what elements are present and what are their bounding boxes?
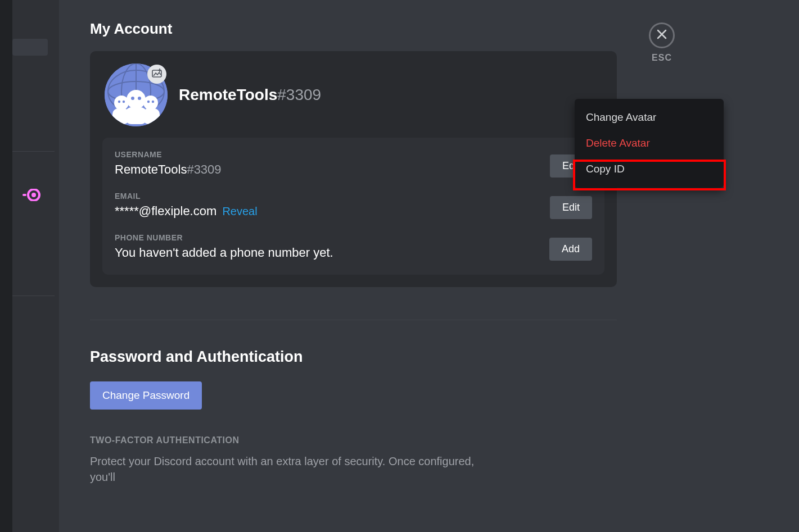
settings-main: My Account: [90, 20, 617, 485]
account-fields: USERNAME RemoteTools#3309 Edit EMAIL ***…: [102, 138, 604, 275]
settings-sidebar: [0, 0, 59, 532]
profile-discriminator-text: #3309: [277, 86, 321, 103]
svg-point-10: [127, 90, 146, 109]
guild-rail-strip: [0, 0, 12, 532]
svg-point-2: [31, 193, 36, 197]
svg-point-18: [118, 101, 120, 103]
email-label: EMAIL: [115, 192, 592, 201]
username-field: USERNAME RemoteTools#3309 Edit: [115, 150, 592, 177]
phone-field: PHONE NUMBER You haven't added a phone n…: [115, 233, 592, 260]
username-value-text: RemoteTools: [115, 162, 187, 176]
profile-header: RemoteTools#3309: [102, 63, 604, 126]
twofa-description: Protect your Discord account with an ext…: [90, 453, 484, 485]
close-button[interactable]: [649, 22, 675, 48]
edit-email-button[interactable]: Edit: [550, 196, 592, 219]
svg-point-21: [152, 101, 154, 103]
add-phone-button[interactable]: Add: [549, 238, 592, 261]
reveal-email-link[interactable]: Reveal: [222, 205, 257, 217]
email-value: *****@flexiple.com Reveal: [115, 204, 592, 219]
context-menu-change-avatar[interactable]: Change Avatar: [575, 104, 724, 130]
auth-section-title: Password and Authentication: [90, 348, 617, 366]
svg-rect-15: [143, 108, 160, 124]
phone-label: PHONE NUMBER: [115, 233, 592, 242]
twofa-label: TWO-FACTOR AUTHENTICATION: [90, 435, 617, 445]
svg-point-17: [138, 97, 141, 100]
svg-point-12: [114, 96, 129, 110]
svg-point-19: [123, 101, 125, 103]
section-divider: [90, 320, 617, 320]
sidebar-selected-item[interactable]: [12, 39, 48, 56]
email-value-text: *****@flexiple.com: [115, 204, 216, 218]
esc-label: ESC: [649, 53, 675, 63]
add-image-icon: [152, 68, 162, 80]
page-title: My Account: [90, 20, 617, 38]
avatar-wrap[interactable]: [105, 63, 168, 126]
nitro-icon: [22, 189, 40, 203]
email-field: EMAIL *****@flexiple.com Reveal Edit: [115, 192, 592, 219]
profile-username-text: RemoteTools: [179, 86, 277, 103]
sidebar-separator: [12, 295, 55, 296]
context-menu-delete-avatar[interactable]: Delete Avatar: [575, 130, 724, 156]
close-icon: [656, 29, 667, 42]
username-value-discrim: #3309: [187, 162, 221, 176]
profile-username: RemoteTools#3309: [179, 86, 321, 104]
svg-rect-0: [22, 194, 26, 196]
svg-point-16: [131, 97, 134, 100]
upload-avatar-badge[interactable]: [147, 65, 166, 84]
avatar-context-menu: Change Avatar Delete Avatar Copy ID: [575, 99, 724, 188]
svg-point-20: [147, 101, 150, 103]
svg-rect-13: [112, 108, 129, 124]
username-label: USERNAME: [115, 150, 592, 159]
svg-point-14: [143, 96, 158, 110]
account-card: RemoteTools#3309 USERNAME RemoteTools#33…: [90, 51, 617, 287]
username-value: RemoteTools#3309: [115, 162, 592, 177]
context-menu-copy-id[interactable]: Copy ID: [575, 156, 724, 182]
sidebar-separator: [12, 151, 55, 152]
phone-value: You haven't added a phone number yet.: [115, 245, 592, 260]
change-password-button[interactable]: Change Password: [90, 381, 202, 410]
